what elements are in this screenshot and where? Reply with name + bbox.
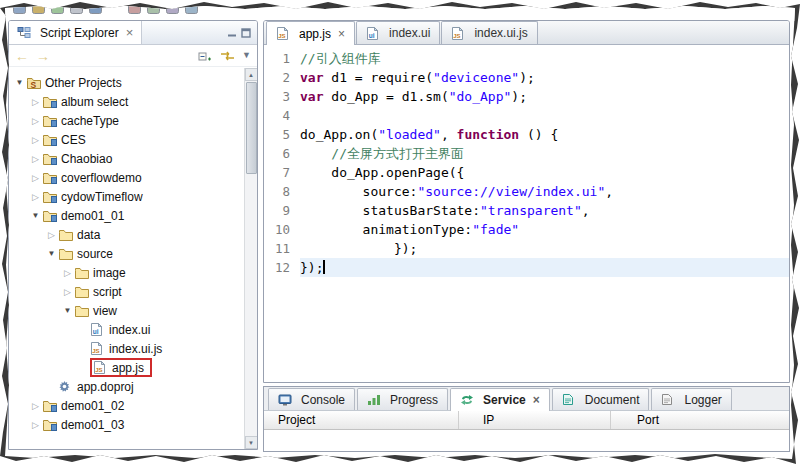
code-token: ); (519, 70, 535, 85)
tree-item-index-ui-js[interactable]: JSindex.ui.js (9, 339, 244, 358)
tree-item-label: coverflowdemo (60, 171, 142, 185)
toolbar-icon-4[interactable] (70, 3, 83, 14)
view-header-buttons (227, 21, 257, 44)
expanded-arrow-icon[interactable]: ▼ (29, 211, 42, 220)
collapsed-arrow-icon[interactable]: ▷ (29, 97, 42, 107)
collapsed-arrow-icon[interactable]: ▷ (29, 154, 42, 164)
toolbar-icon-2[interactable] (32, 3, 45, 14)
tree-item-label: cydowTimeflow (60, 190, 143, 204)
collapsed-arrow-icon[interactable]: ▷ (29, 401, 42, 411)
scroll-down-icon[interactable]: ▼ (245, 436, 258, 449)
toolbar-icon-6[interactable] (128, 3, 141, 14)
editor-tab-bar: JSapp.js×uiindex.uiJSindex.ui.js (264, 21, 789, 45)
tree-item-cachetype[interactable]: ▷cacheType (9, 111, 244, 130)
toolbar-icon-9[interactable] (185, 3, 198, 14)
service-table-header: ProjectIPPort (264, 411, 789, 430)
code-text: }); (300, 239, 789, 258)
code-line-4: 4 (264, 106, 789, 125)
minimize-icon[interactable] (227, 28, 237, 38)
close-icon[interactable]: × (126, 25, 134, 40)
tree-item-label: demo01_02 (60, 399, 124, 413)
tree-item-ces[interactable]: ▷CES (9, 130, 244, 149)
close-icon[interactable]: × (533, 393, 540, 407)
code-editor[interactable]: 1//引入组件库2var d1 = require("deviceone");3… (264, 45, 789, 382)
bottom-tab-logger[interactable]: Logger (651, 388, 731, 410)
collapsed-arrow-icon[interactable]: ▷ (29, 116, 42, 126)
toolbar-icon-8[interactable] (166, 3, 179, 14)
bottom-tab-document[interactable]: Document (552, 388, 650, 410)
view-tab-label: Script Explorer (40, 26, 119, 40)
bottom-tab-console[interactable]: Console (268, 388, 355, 410)
code-text: source:"source://view/index.ui", (300, 182, 789, 201)
tree-item-app-js[interactable]: JSapp.js (9, 358, 244, 377)
code-line-10: 10 animationType:"fade" (264, 220, 789, 239)
column-header-ip[interactable]: IP (459, 411, 611, 429)
collapsed-arrow-icon[interactable]: ▷ (61, 268, 74, 278)
tree-item-index-ui[interactable]: uiindex.ui (9, 320, 244, 339)
tree-item-demo01-02[interactable]: ▷demo01_02 (9, 396, 244, 415)
editor-tab-index-ui[interactable]: uiindex.ui (356, 21, 440, 44)
expanded-arrow-icon[interactable]: ▼ (45, 249, 58, 258)
column-header-project[interactable]: Project (264, 411, 459, 429)
scrollbar-thumb[interactable] (246, 82, 257, 174)
editor-tab-app-js[interactable]: JSapp.js× (266, 21, 355, 45)
tree-scrollbar[interactable]: ▲ ▼ (244, 68, 257, 449)
column-header-port[interactable]: Port (611, 411, 789, 429)
link-with-editor-icon[interactable] (220, 50, 235, 62)
collapsed-arrow-icon[interactable]: ▷ (29, 420, 42, 430)
tree-item-album-select[interactable]: ▷album select (9, 92, 244, 111)
tab-script-explorer[interactable]: Script Explorer × (9, 21, 142, 44)
maximize-icon[interactable] (241, 28, 251, 38)
tree-item-label: cacheType (60, 114, 119, 128)
code-token: //引入组件库 (300, 51, 381, 66)
scroll-up-icon[interactable]: ▲ (245, 68, 258, 81)
bottom-tab-progress[interactable]: Progress (357, 388, 448, 410)
project-icon (42, 171, 60, 185)
tree-item-view[interactable]: ▼view (9, 301, 244, 320)
collapse-all-icon[interactable] (198, 50, 213, 62)
collapsed-arrow-icon[interactable]: ▷ (29, 192, 42, 202)
code-token: , (582, 203, 590, 218)
tree-item-data[interactable]: ▷data (9, 225, 244, 244)
back-arrow-icon[interactable]: ← (15, 49, 29, 63)
project-icon (42, 418, 60, 432)
bottom-tab-service[interactable]: Service× (450, 388, 550, 411)
tree-item-demo01-03[interactable]: ▷demo01_03 (9, 415, 244, 434)
toolbar-icon-5[interactable] (89, 3, 102, 14)
collapsed-arrow-icon[interactable]: ▷ (29, 135, 42, 145)
tree-item-coverflowdemo[interactable]: ▷coverflowdemo (9, 168, 244, 187)
bottom-tab-label: Service (483, 393, 526, 407)
tree-item-source[interactable]: ▼source (9, 244, 244, 263)
view-menu-icon[interactable]: ▼ (242, 51, 251, 60)
line-number: 12 (264, 258, 300, 277)
tree-item-label: source (76, 247, 113, 261)
code-line-9: 9 statusBarState:"transparent", (264, 201, 789, 220)
tree-item-app-doproj[interactable]: app.doproj (9, 377, 244, 396)
tree-item-demo01-01[interactable]: ▼demo01_01 (9, 206, 244, 225)
project-icon (42, 190, 60, 204)
tree-item-cydowtimeflow[interactable]: ▷cydowTimeflow (9, 187, 244, 206)
code-text: do_App.on("loaded", function () { (300, 125, 789, 144)
editor-tab-index-ui-js[interactable]: JSindex.ui.js (441, 21, 537, 44)
tree-item-chaobiao[interactable]: ▷Chaobiao (9, 149, 244, 168)
line-number: 9 (264, 201, 300, 220)
forward-arrow-icon[interactable]: → (36, 49, 50, 63)
code-line-1: 1//引入组件库 (264, 49, 789, 68)
line-number: 4 (264, 106, 300, 125)
expanded-arrow-icon[interactable]: ▼ (13, 78, 26, 87)
collapsed-arrow-icon[interactable]: ▷ (45, 230, 58, 240)
console-icon (278, 394, 296, 406)
tree-item-script[interactable]: ▷script (9, 282, 244, 301)
tree-item-image[interactable]: ▷image (9, 263, 244, 282)
toolbar-icon-1[interactable] (13, 3, 26, 14)
toolbar-icon-3[interactable] (51, 3, 64, 14)
toolbar-icon-7[interactable] (147, 3, 160, 14)
file-ui-icon: ui (366, 26, 384, 41)
expanded-arrow-icon[interactable]: ▼ (61, 306, 74, 315)
tree-item-other-projects[interactable]: ▼SOther Projects (9, 73, 244, 92)
collapsed-arrow-icon[interactable]: ▷ (29, 173, 42, 183)
collapsed-arrow-icon[interactable]: ▷ (61, 287, 74, 297)
project-icon (42, 399, 60, 413)
close-icon[interactable]: × (338, 27, 345, 41)
project-icon (42, 209, 60, 223)
